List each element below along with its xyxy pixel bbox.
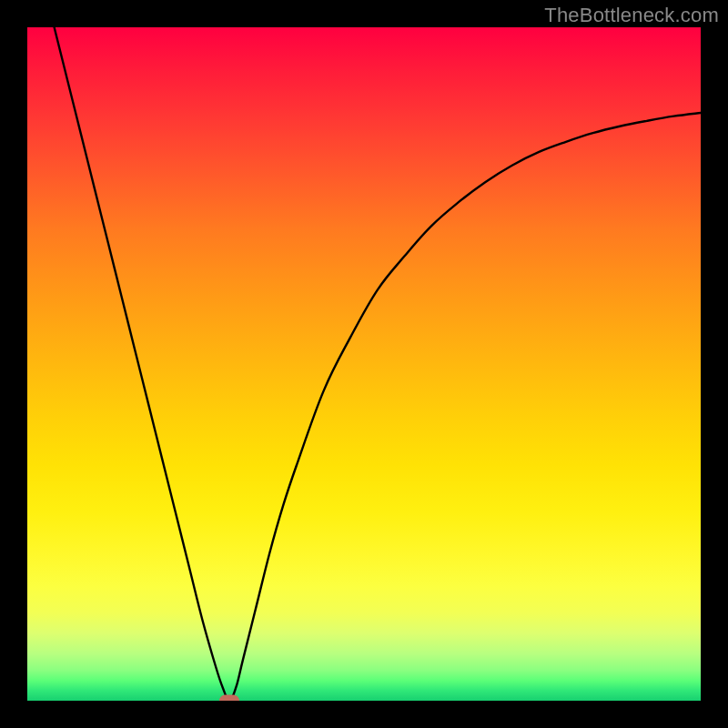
plot-area bbox=[27, 27, 701, 701]
chart-frame: TheBottleneck.com bbox=[0, 0, 728, 728]
watermark-text: TheBottleneck.com bbox=[544, 4, 719, 27]
curve-layer bbox=[27, 27, 701, 701]
bottleneck-curve bbox=[55, 27, 701, 701]
min-point-marker bbox=[219, 695, 239, 702]
